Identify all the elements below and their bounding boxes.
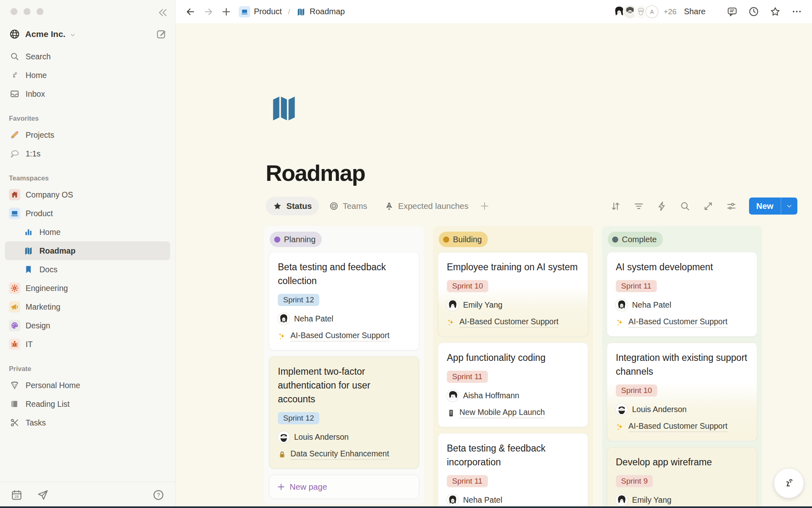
sidebar-item-docs[interactable]: Docs	[5, 260, 170, 279]
expand-icon	[703, 201, 714, 212]
sidebar-item-1-1s[interactable]: 1:1s	[5, 144, 170, 163]
avatar-emily	[447, 299, 459, 311]
window-zoom-button[interactable]	[37, 8, 43, 15]
forward-arrow-icon[interactable]	[203, 7, 214, 17]
add-view-icon[interactable]	[479, 201, 490, 211]
card-relation-link[interactable]: AI-Based Customer Support	[447, 317, 579, 328]
avatar-neha	[278, 313, 290, 325]
window-close-button[interactable]	[11, 8, 17, 15]
share-button[interactable]: Share	[684, 7, 706, 16]
kanban-card[interactable]: App functionality codingSprint 11Aisha H…	[438, 343, 588, 427]
sidebar-item-roadmap[interactable]: Roadmap	[5, 241, 170, 260]
sidebar-item-home[interactable]: Home	[5, 223, 170, 241]
column-status-pill[interactable]: Complete	[608, 232, 663, 247]
ellipsis-icon[interactable]	[791, 6, 802, 17]
sidebar-item-marketing[interactable]: Marketing	[5, 297, 170, 316]
window-bottom-edge	[0, 506, 812, 508]
chevron-down-icon	[69, 32, 76, 38]
sidebar-item-personal-home[interactable]: Personal Home	[5, 376, 170, 395]
kanban-card[interactable]: Employee training on AI systemSprint 10E…	[438, 252, 588, 336]
card-sprint-tag: Sprint 9	[616, 475, 653, 487]
sidebar-footer: 28 ?	[0, 482, 175, 508]
person-name: Emily Yang	[463, 300, 502, 310]
inbox-icon	[9, 88, 20, 100]
card-relation-link[interactable]: AI-Based Customer Support	[616, 421, 748, 432]
workspace-name: Acme Inc.	[25, 29, 65, 39]
card-sprint-tag: Sprint 11	[447, 475, 488, 487]
card-title: Develop app wireframe	[616, 455, 748, 469]
book-icon	[9, 398, 20, 410]
collaborator-avatars[interactable]: A	[612, 4, 659, 19]
clock-icon[interactable]	[748, 6, 759, 17]
compose-icon[interactable]	[156, 28, 167, 40]
page-icon-map[interactable]	[267, 91, 301, 124]
sidebar-item-product[interactable]: Product	[5, 204, 170, 223]
tab-status[interactable]: Status	[266, 197, 319, 215]
notion-ai-fab[interactable]	[774, 468, 804, 498]
sidebar-item-label: Engineering	[26, 284, 68, 293]
star-outline-icon[interactable]	[770, 6, 781, 17]
person-name: Emily Yang	[632, 495, 671, 505]
workspace-switcher[interactable]: Acme Inc.	[6, 24, 170, 44]
send-icon[interactable]	[37, 489, 49, 501]
board-toolbar	[598, 201, 737, 212]
sidebar-item-engineering[interactable]: Engineering	[5, 279, 170, 297]
sidebar-item-tasks[interactable]: Tasks	[5, 413, 170, 432]
phone-icon	[447, 409, 455, 417]
sidebar-item-it[interactable]: IT	[5, 335, 170, 354]
tab-expected-launches[interactable]: Expected launches	[377, 197, 475, 215]
new-tab-plus-icon[interactable]	[221, 7, 232, 17]
avatar-emily	[616, 494, 628, 506]
breadcrumb-label: Roadmap	[310, 7, 345, 16]
card-sprint-tag: Sprint 12	[278, 294, 319, 306]
window-controls[interactable]	[11, 8, 43, 15]
card-relation-link[interactable]: AI-Based Customer Support	[278, 331, 410, 341]
kanban-card[interactable]: AI system developmentSprint 11Neha Patel…	[607, 252, 757, 336]
new-button-label: New	[749, 201, 781, 211]
card-relation-link[interactable]: AI-Based Customer Support	[616, 317, 748, 328]
scissors-icon	[9, 417, 20, 428]
sidebar-item-projects[interactable]: Projects	[5, 126, 170, 144]
lock-icon	[278, 450, 286, 459]
breadcrumb-item-roadmap[interactable]: Roadmap	[296, 7, 345, 17]
sidebar: Acme Inc. SearchHomeInboxFavoritesProjec…	[0, 0, 175, 508]
comment-icon[interactable]	[727, 6, 738, 17]
avatar-letter[interactable]: A	[645, 4, 659, 19]
card-person: Neha Patel	[447, 494, 579, 506]
sidebar-item-company-os[interactable]: Company OS	[5, 185, 170, 204]
help-icon[interactable]: ?	[152, 489, 165, 501]
calendar-icon[interactable]: 28	[11, 489, 23, 501]
kanban-card[interactable]: Beta testing and feedback collectionSpri…	[269, 252, 419, 350]
breadcrumb: Product/Roadmap	[239, 6, 345, 17]
back-arrow-icon[interactable]	[185, 7, 196, 17]
new-button-dropdown[interactable]	[781, 198, 797, 215]
card-sprint-tag: Sprint 10	[447, 280, 488, 292]
sidebar-item-inbox[interactable]: Inbox	[5, 85, 170, 103]
kanban-card[interactable]: Integration with existing support channe…	[607, 343, 757, 441]
sidebar-item-design[interactable]: Design	[5, 316, 170, 335]
sidebar-section-label: Teamspaces	[9, 174, 170, 182]
sidebar-item-reading-list[interactable]: Reading List	[5, 395, 170, 413]
column-status-pill[interactable]: Planning	[270, 232, 322, 247]
kanban-card[interactable]: Beta testing & feedback incorporationSpr…	[438, 433, 588, 508]
kanban-card[interactable]: Develop app wireframeSprint 9Emily Yang	[607, 447, 757, 508]
column-status-pill[interactable]: Building	[439, 232, 488, 247]
palette-icon	[9, 320, 20, 331]
sidebar-item-label: IT	[26, 340, 32, 349]
sparkles-icon	[278, 332, 286, 341]
window-minimize-button[interactable]	[24, 8, 30, 15]
breadcrumb-item-product[interactable]: Product	[239, 6, 282, 17]
sparkles-icon	[616, 423, 624, 431]
new-page-button[interactable]: New page	[269, 475, 419, 499]
card-relation-link[interactable]: Data Security Enhancement	[278, 449, 410, 460]
card-relation-link[interactable]: New Mobile App Launch	[447, 408, 579, 418]
tab-teams[interactable]: Teams	[322, 197, 374, 215]
sidebar-item-home[interactable]: Home	[5, 66, 170, 85]
sidebar-collapse-icon[interactable]	[156, 7, 169, 19]
map-icon	[23, 245, 34, 256]
sidebar-item-search[interactable]: Search	[5, 47, 170, 66]
new-button[interactable]: New	[749, 198, 797, 215]
kanban-card[interactable]: Implement two-factor authentication for …	[269, 356, 419, 469]
house-icon	[9, 189, 20, 200]
status-dot	[274, 237, 280, 243]
